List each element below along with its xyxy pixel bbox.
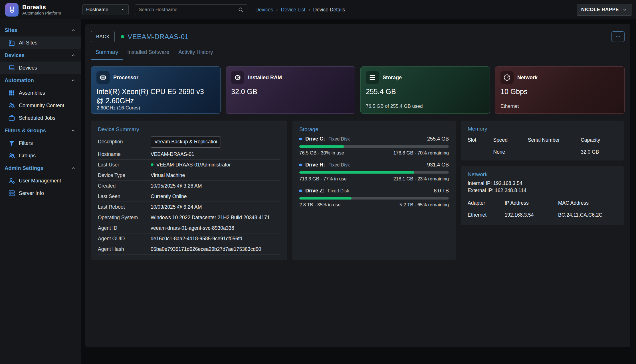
- drive-size: 931.4 GB: [427, 162, 449, 168]
- summary-row-last-user: Last User VEEAM-DRAAS-01\Administrator: [98, 160, 280, 170]
- column-header: Adapter: [468, 197, 504, 209]
- memory-table-header: Slot Speed Serial Number Capacity: [468, 134, 617, 146]
- drive-name: Drive Z:: [305, 188, 324, 194]
- ellipsis-icon: [615, 34, 621, 40]
- field-label: Agent Hash: [98, 246, 151, 252]
- memory-slot: [468, 149, 493, 155]
- sidebar-item-label: User Management: [19, 178, 61, 184]
- sidebar-section-automation[interactable]: Automation: [0, 74, 81, 87]
- sidebar-item-scheduled-jobs[interactable]: Scheduled Jobs: [0, 112, 81, 124]
- drive-usage-bar: [299, 145, 449, 148]
- card-value: 255.4 GB: [366, 87, 475, 96]
- sidebar-item-filters[interactable]: Filters: [0, 137, 81, 149]
- sidebar-section-sites[interactable]: Sites: [0, 24, 81, 36]
- sidebar-item-groups[interactable]: Groups: [0, 149, 81, 162]
- drive-used-text: 76.5 GB - 30% in use: [299, 150, 344, 156]
- server-icon: [8, 190, 15, 197]
- card-title: Processor: [113, 75, 138, 81]
- network-panel: Network Internal IP: 192.168.3.54 Extern…: [461, 166, 624, 225]
- memory-table-row: None 32.0 GB: [468, 146, 617, 158]
- drive-remaining-text: 218.1 GB - 23% remaining: [393, 176, 449, 182]
- drive-type: Fixed Disk: [328, 137, 350, 142]
- storage-card: Storage 255.4 GB 76.5 GB of 255.4 GB use…: [360, 66, 490, 114]
- detail-panels-row: Device Summary Description Hostname VEEA…: [91, 121, 625, 260]
- breadcrumb: Devices › Device List › Device Details: [255, 7, 345, 13]
- sidebar-section-admin-settings[interactable]: Admin Settings: [0, 162, 81, 174]
- device-details-container: BACK VEEAM-DRAAS-01 Summary Installed So…: [85, 24, 630, 347]
- brand-name: Borealis: [22, 4, 61, 11]
- drive-remaining-text: 5.2 TB - 65% remaining: [399, 202, 449, 208]
- drive-usage-fill: [299, 171, 414, 174]
- tab-summary[interactable]: Summary: [91, 46, 123, 60]
- right-column: Memory Slot Speed Serial Number Capacity…: [461, 121, 624, 260]
- drive-type: Fixed Disk: [328, 162, 350, 168]
- breadcrumb-device-list[interactable]: Device List: [281, 7, 306, 13]
- field-label: Hostname: [98, 151, 151, 157]
- sidebar-item-label: Community Content: [19, 103, 64, 109]
- sidebar-item-all-sites[interactable]: All Sites: [0, 36, 81, 49]
- drive-usage-fill: [299, 145, 344, 148]
- sidebar-section-devices[interactable]: Devices: [0, 49, 81, 62]
- column-header: IP Address: [504, 197, 558, 209]
- chevron-up-icon: [70, 28, 76, 33]
- hostname-filter-label: Hostname: [86, 7, 108, 13]
- user-gear-icon: [8, 177, 15, 184]
- field-value: 10/05/2025 @ 3:26 AM: [151, 183, 202, 189]
- field-label: Created: [98, 183, 151, 189]
- field-label: Operating System: [98, 215, 151, 221]
- chevron-up-icon: [70, 166, 76, 171]
- sidebar-item-community-content[interactable]: Community Content: [0, 99, 81, 112]
- column-header: Serial Number: [528, 134, 581, 146]
- tab-installed-software[interactable]: Installed Software: [123, 46, 174, 60]
- building-icon: [8, 39, 15, 46]
- card-value: 10 Gbps: [500, 87, 610, 96]
- field-value: VEEAM-DRAAS-01: [151, 151, 194, 157]
- field-label: Agent GUID: [98, 236, 151, 242]
- drive-size: 8.0 TB: [434, 188, 449, 194]
- main-content: BACK VEEAM-DRAAS-01 Summary Installed So…: [81, 19, 636, 364]
- sidebar-item-user-management[interactable]: User Management: [0, 174, 81, 187]
- section-label: Filters & Groups: [5, 127, 46, 134]
- search-input[interactable]: [139, 7, 238, 13]
- panel-title: Device Summary: [98, 126, 280, 133]
- drive-usage-bar: [299, 197, 449, 200]
- chevron-down-icon: [622, 7, 627, 12]
- sidebar-section-filters-groups[interactable]: Filters & Groups: [0, 124, 81, 137]
- sidebar-item-label: Server Info: [19, 190, 44, 196]
- grid-icon: [8, 89, 15, 97]
- summary-row-last-seen: Last Seen Currently Online: [98, 191, 280, 202]
- summary-row-agent-guid: Agent GUID de16c0c1-8aa2-4d18-9585-9ce91…: [98, 233, 280, 244]
- card-subtitle: 2.60GHz (16-Cores): [96, 105, 215, 111]
- field-value: 05ba0e7935171d626ecea29b27d7ae175363cd90: [151, 246, 261, 252]
- sidebar-item-devices[interactable]: Devices: [0, 62, 81, 74]
- hostname-filter-dropdown[interactable]: Hostname: [82, 4, 129, 15]
- user-menu-button[interactable]: NICOLE RAPPE: [577, 4, 632, 16]
- sidebar-item-assemblies[interactable]: Assemblies: [0, 87, 81, 99]
- brand: Borealis Automation Platform: [0, 3, 81, 17]
- section-label: Automation: [5, 77, 34, 84]
- drive-type: Fixed Disk: [328, 188, 349, 194]
- drive-used-text: 2.8 TB - 35% in use: [299, 202, 341, 208]
- adapter-mac: BC:24:11:CA:C6:2C: [558, 209, 617, 221]
- back-button[interactable]: BACK: [91, 31, 115, 42]
- section-label: Admin Settings: [5, 165, 43, 171]
- description-input[interactable]: [151, 136, 221, 148]
- page-header: BACK VEEAM-DRAAS-01: [91, 31, 625, 42]
- field-label: Last Reboot: [98, 204, 151, 210]
- network-table-header: Adapter IP Address MAC Address: [468, 197, 617, 209]
- drive-bullet-icon: [299, 190, 302, 192]
- field-value: Windows 10 2022 Datacenter 21H2 Build 20…: [151, 215, 270, 221]
- section-label: Devices: [5, 52, 25, 58]
- tab-activity-history[interactable]: Activity History: [174, 46, 217, 60]
- network-card: Network 10 Gbps Ethernet: [495, 66, 625, 114]
- more-actions-button[interactable]: [611, 31, 625, 42]
- panel-title: Storage: [299, 126, 449, 133]
- summary-row-agent-id: Agent ID veeam-draas-01-agent-svc-8930a3…: [98, 223, 280, 233]
- people-icon: [8, 102, 15, 109]
- breadcrumb-devices[interactable]: Devices: [255, 7, 273, 13]
- drive-row-c: Drive C: Fixed Disk 255.4 GB 76.5 GB - 3…: [299, 136, 449, 156]
- chevron-up-icon: [70, 128, 76, 133]
- field-value: veeam-draas-01-agent-svc-8930a338: [151, 225, 234, 231]
- sidebar-item-label: Devices: [19, 65, 37, 71]
- sidebar-item-server-info[interactable]: Server Info: [0, 187, 81, 200]
